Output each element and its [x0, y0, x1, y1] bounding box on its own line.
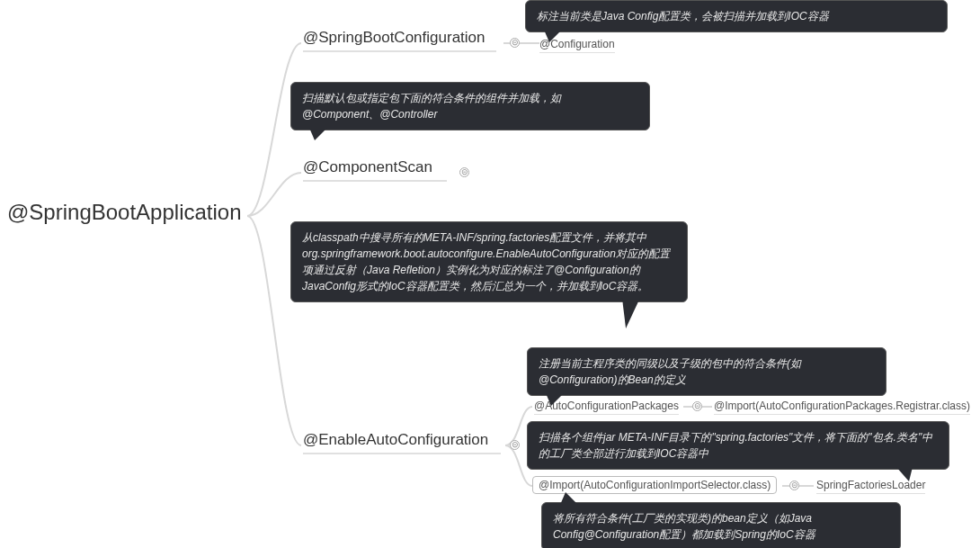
root-node[interactable]: @SpringBootApplication	[7, 200, 242, 225]
leaf-import-registrar[interactable]: @Import(AutoConfigurationPackages.Regist…	[714, 400, 970, 415]
leaf-import-selector[interactable]: @Import(AutoConfigurationImportSelector.…	[532, 476, 777, 494]
tooltip-springfactoriesloader: 将所有符合条件(工厂类的实现类)的bean定义（如Java Config@Con…	[541, 502, 901, 548]
branch-springbootconfiguration[interactable]: @SpringBootConfiguration	[303, 29, 496, 52]
tooltip-autoconfigurationpackages: 注册当前主程序类的同级以及子级的包中的符合条件(如@Configuration)…	[527, 347, 886, 396]
tooltip-configuration: 标注当前类是Java Config配置类，会被扫描并加载到IOC容器	[525, 0, 948, 32]
collapse-icon[interactable]: ⊝	[789, 481, 799, 490]
collapse-icon[interactable]: ⊝	[510, 440, 520, 450]
tooltip-import-selector: 扫描各个组件jar META-INF目录下的"spring.factories"…	[527, 421, 949, 470]
collapse-icon[interactable]: ⊝	[692, 401, 702, 411]
tooltip-enableautoconfiguration: 从classpath中搜寻所有的META-INF/spring.factorie…	[290, 221, 688, 302]
tooltip-componentscan: 扫描默认包或指定包下面的符合条件的组件并加载，如@Component、@Cont…	[290, 82, 650, 130]
collapse-icon[interactable]: ⊝	[459, 167, 469, 177]
branch-componentscan[interactable]: @ComponentScan	[303, 158, 447, 182]
branch-enableautoconfiguration[interactable]: @EnableAutoConfiguration	[303, 431, 501, 454]
collapse-icon[interactable]: ⊝	[510, 38, 520, 48]
